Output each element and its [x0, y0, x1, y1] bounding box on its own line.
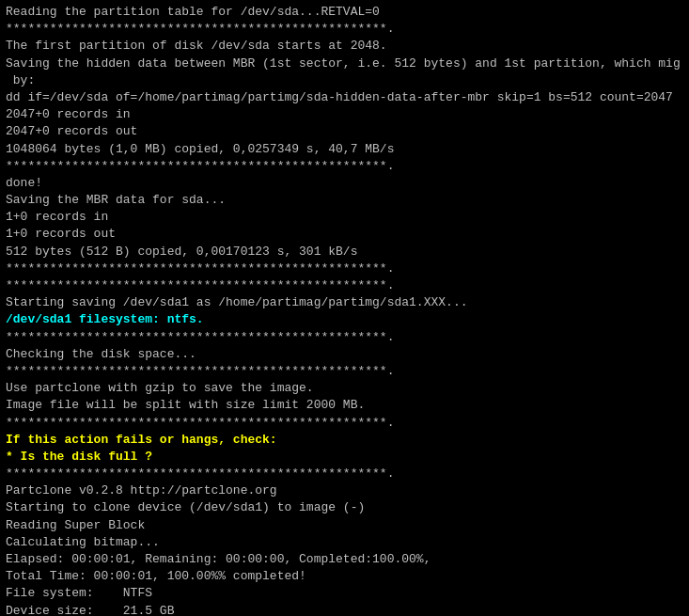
terminal-line-8: 1048064 bytes (1,0 MB) copied, 0,0257349… [6, 141, 683, 158]
terminal-line-9: ****************************************… [6, 158, 683, 175]
terminal-line-35: Device size: 21.5 GB [6, 603, 683, 616]
terminal-line-18: /dev/sda1 filesystem: ntfs. [6, 311, 683, 328]
terminal-line-17: Starting saving /dev/sda1 as /home/parti… [6, 294, 683, 311]
terminal-line-24: ****************************************… [6, 415, 683, 432]
terminal-line-4: by: [6, 72, 683, 89]
terminal-output: Reading the partition table for /dev/sda… [6, 4, 683, 616]
terminal-line-13: 1+0 records out [6, 226, 683, 243]
terminal-line-15: ****************************************… [6, 261, 683, 277]
terminal-line-28: Partclone v0.2.8 http://partclone.org [6, 482, 683, 499]
terminal-line-30: Reading Super Block [6, 517, 683, 534]
terminal-line-1: ****************************************… [6, 21, 683, 38]
terminal-line-16: ****************************************… [6, 277, 683, 294]
terminal-line-3: Saving the hidden data between MBR (1st … [6, 55, 683, 72]
terminal-line-5: dd if=/dev/sda of=/home/partimag/partimg… [6, 89, 683, 106]
terminal-line-33: Total Time: 00:00:01, 100.00%% completed… [6, 568, 683, 585]
terminal-line-25: If this action fails or hangs, check: [6, 432, 683, 449]
terminal-line-0: Reading the partition table for /dev/sda… [6, 4, 683, 21]
terminal-line-23: Image file will be split with size limit… [6, 397, 683, 414]
terminal-line-22: Use partclone with gzip to save the imag… [6, 380, 683, 397]
terminal-line-21: ****************************************… [6, 363, 683, 380]
terminal-line-6: 2047+0 records in [6, 106, 683, 123]
terminal-line-20: Checking the disk space... [6, 346, 683, 363]
terminal-line-14: 512 bytes (512 B) copied, 0,00170123 s, … [6, 244, 683, 261]
terminal-line-29: Starting to clone device (/dev/sda1) to … [6, 499, 683, 516]
terminal-line-7: 2047+0 records out [6, 123, 683, 140]
terminal-line-34: File system: NTFS [6, 585, 683, 602]
terminal-line-19: ****************************************… [6, 329, 683, 346]
terminal-line-12: 1+0 records in [6, 209, 683, 226]
terminal-line-32: Elapsed: 00:00:01, Remaining: 00:00:00, … [6, 551, 683, 568]
terminal-line-26: * Is the disk full ? [6, 449, 683, 466]
terminal-line-11: Saving the MBR data for sda... [6, 192, 683, 209]
terminal-line-27: ****************************************… [6, 466, 683, 482]
terminal-line-31: Calculating bitmap... [6, 534, 683, 551]
terminal-line-2: The first partition of disk /dev/sda sta… [6, 38, 683, 55]
terminal-line-10: done! [6, 175, 683, 192]
